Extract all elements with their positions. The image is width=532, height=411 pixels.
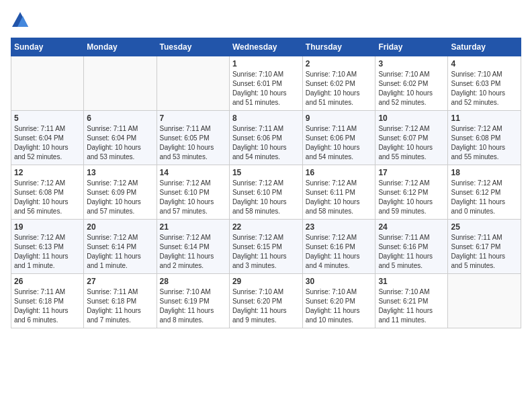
day-cell: [448, 274, 521, 328]
day-number: 10: [378, 113, 445, 123]
day-number: 8: [232, 113, 300, 123]
day-info: Sunrise: 7:10 AM Sunset: 6:02 PM Dayligh…: [306, 70, 373, 107]
day-cell: 18Sunrise: 7:12 AM Sunset: 6:12 PM Dayli…: [448, 165, 521, 220]
day-info: Sunrise: 7:11 AM Sunset: 6:18 PM Dayligh…: [14, 287, 81, 325]
day-info: Sunrise: 7:12 AM Sunset: 6:13 PM Dayligh…: [14, 233, 81, 271]
day-info: Sunrise: 7:11 AM Sunset: 6:06 PM Dayligh…: [306, 124, 373, 162]
day-number: 29: [232, 277, 300, 286]
day-cell: 20Sunrise: 7:12 AM Sunset: 6:14 PM Dayli…: [84, 220, 157, 274]
day-info: Sunrise: 7:11 AM Sunset: 6:06 PM Dayligh…: [232, 124, 300, 162]
day-number: 20: [87, 222, 153, 232]
day-info: Sunrise: 7:11 AM Sunset: 6:05 PM Dayligh…: [160, 124, 226, 162]
day-cell: 16Sunrise: 7:12 AM Sunset: 6:11 PM Dayli…: [302, 165, 375, 220]
day-number: 13: [87, 168, 153, 177]
day-cell: 17Sunrise: 7:12 AM Sunset: 6:12 PM Dayli…: [375, 165, 448, 220]
day-number: 6: [87, 113, 153, 123]
day-number: 23: [306, 222, 373, 232]
day-cell: 29Sunrise: 7:10 AM Sunset: 6:20 PM Dayli…: [229, 274, 302, 328]
week-row-4: 19Sunrise: 7:12 AM Sunset: 6:13 PM Dayli…: [11, 220, 521, 274]
day-info: Sunrise: 7:11 AM Sunset: 6:16 PM Dayligh…: [378, 233, 445, 271]
page-header: [11, 11, 521, 30]
day-info: Sunrise: 7:12 AM Sunset: 6:10 PM Dayligh…: [160, 179, 226, 216]
day-cell: 13Sunrise: 7:12 AM Sunset: 6:09 PM Dayli…: [84, 165, 157, 220]
header-cell-friday: Friday: [375, 38, 448, 56]
week-row-3: 12Sunrise: 7:12 AM Sunset: 6:08 PM Dayli…: [11, 165, 521, 220]
day-info: Sunrise: 7:12 AM Sunset: 6:08 PM Dayligh…: [14, 179, 81, 216]
day-cell: 24Sunrise: 7:11 AM Sunset: 6:16 PM Dayli…: [375, 220, 448, 274]
header-row: SundayMondayTuesdayWednesdayThursdayFrid…: [11, 38, 521, 56]
header-cell-monday: Monday: [84, 38, 157, 56]
week-row-1: 1Sunrise: 7:10 AM Sunset: 6:01 PM Daylig…: [11, 56, 521, 111]
day-cell: [11, 56, 84, 111]
day-info: Sunrise: 7:10 AM Sunset: 6:01 PM Dayligh…: [232, 70, 300, 107]
day-number: 22: [232, 222, 300, 232]
day-cell: 1Sunrise: 7:10 AM Sunset: 6:01 PM Daylig…: [229, 56, 302, 111]
day-cell: 25Sunrise: 7:11 AM Sunset: 6:17 PM Dayli…: [448, 220, 521, 274]
day-number: 21: [160, 222, 226, 232]
day-number: 26: [14, 277, 81, 286]
day-info: Sunrise: 7:11 AM Sunset: 6:04 PM Dayligh…: [14, 124, 81, 162]
day-cell: 19Sunrise: 7:12 AM Sunset: 6:13 PM Dayli…: [11, 220, 84, 274]
day-cell: 22Sunrise: 7:12 AM Sunset: 6:15 PM Dayli…: [229, 220, 302, 274]
day-number: 2: [306, 59, 373, 68]
day-info: Sunrise: 7:10 AM Sunset: 6:03 PM Dayligh…: [451, 70, 518, 107]
day-cell: 10Sunrise: 7:12 AM Sunset: 6:07 PM Dayli…: [375, 111, 448, 165]
day-number: 11: [451, 113, 518, 123]
day-cell: 31Sunrise: 7:10 AM Sunset: 6:21 PM Dayli…: [375, 274, 448, 328]
header-cell-tuesday: Tuesday: [157, 38, 229, 56]
week-row-2: 5Sunrise: 7:11 AM Sunset: 6:04 PM Daylig…: [11, 111, 521, 165]
day-info: Sunrise: 7:12 AM Sunset: 6:14 PM Dayligh…: [160, 233, 226, 271]
day-cell: 9Sunrise: 7:11 AM Sunset: 6:06 PM Daylig…: [302, 111, 375, 165]
day-cell: 3Sunrise: 7:10 AM Sunset: 6:02 PM Daylig…: [375, 56, 448, 111]
day-number: 18: [451, 168, 518, 177]
day-number: 9: [306, 113, 373, 123]
day-number: 15: [232, 168, 300, 177]
day-info: Sunrise: 7:12 AM Sunset: 6:09 PM Dayligh…: [87, 179, 153, 216]
day-cell: 26Sunrise: 7:11 AM Sunset: 6:18 PM Dayli…: [11, 274, 84, 328]
day-number: 16: [306, 168, 373, 177]
logo-icon: [11, 11, 30, 30]
day-cell: 30Sunrise: 7:10 AM Sunset: 6:20 PM Dayli…: [302, 274, 375, 328]
day-number: 24: [378, 222, 445, 232]
day-cell: [157, 56, 229, 111]
day-info: Sunrise: 7:12 AM Sunset: 6:12 PM Dayligh…: [378, 179, 445, 216]
day-number: 31: [378, 277, 445, 286]
day-info: Sunrise: 7:11 AM Sunset: 6:18 PM Dayligh…: [87, 287, 153, 325]
day-number: 7: [160, 113, 226, 123]
day-cell: 8Sunrise: 7:11 AM Sunset: 6:06 PM Daylig…: [229, 111, 302, 165]
day-info: Sunrise: 7:10 AM Sunset: 6:20 PM Dayligh…: [232, 287, 300, 325]
day-info: Sunrise: 7:12 AM Sunset: 6:10 PM Dayligh…: [232, 179, 300, 216]
header-cell-saturday: Saturday: [448, 38, 521, 56]
header-cell-wednesday: Wednesday: [229, 38, 302, 56]
day-cell: 5Sunrise: 7:11 AM Sunset: 6:04 PM Daylig…: [11, 111, 84, 165]
header-cell-sunday: Sunday: [11, 38, 84, 56]
week-row-5: 26Sunrise: 7:11 AM Sunset: 6:18 PM Dayli…: [11, 274, 521, 328]
day-number: 1: [232, 59, 300, 68]
day-info: Sunrise: 7:12 AM Sunset: 6:15 PM Dayligh…: [232, 233, 300, 271]
day-info: Sunrise: 7:12 AM Sunset: 6:12 PM Dayligh…: [451, 179, 518, 216]
day-info: Sunrise: 7:10 AM Sunset: 6:20 PM Dayligh…: [306, 287, 373, 325]
logo: [11, 11, 32, 30]
day-cell: 12Sunrise: 7:12 AM Sunset: 6:08 PM Dayli…: [11, 165, 84, 220]
day-number: 17: [378, 168, 445, 177]
day-cell: 23Sunrise: 7:12 AM Sunset: 6:16 PM Dayli…: [302, 220, 375, 274]
calendar-table: SundayMondayTuesdayWednesdayThursdayFrid…: [11, 38, 521, 328]
day-cell: 7Sunrise: 7:11 AM Sunset: 6:05 PM Daylig…: [157, 111, 229, 165]
day-info: Sunrise: 7:11 AM Sunset: 6:17 PM Dayligh…: [451, 233, 518, 271]
day-info: Sunrise: 7:12 AM Sunset: 6:16 PM Dayligh…: [306, 233, 373, 271]
day-number: 3: [378, 59, 445, 68]
day-cell: 4Sunrise: 7:10 AM Sunset: 6:03 PM Daylig…: [448, 56, 521, 111]
day-number: 25: [451, 222, 518, 232]
day-number: 30: [306, 277, 373, 286]
day-cell: [84, 56, 157, 111]
day-number: 27: [87, 277, 153, 286]
day-cell: 28Sunrise: 7:10 AM Sunset: 6:19 PM Dayli…: [157, 274, 229, 328]
day-cell: 2Sunrise: 7:10 AM Sunset: 6:02 PM Daylig…: [302, 56, 375, 111]
day-number: 28: [160, 277, 226, 286]
day-info: Sunrise: 7:12 AM Sunset: 6:14 PM Dayligh…: [87, 233, 153, 271]
header-cell-thursday: Thursday: [302, 38, 375, 56]
day-cell: 21Sunrise: 7:12 AM Sunset: 6:14 PM Dayli…: [157, 220, 229, 274]
day-number: 5: [14, 113, 81, 123]
day-number: 12: [14, 168, 81, 177]
day-info: Sunrise: 7:10 AM Sunset: 6:21 PM Dayligh…: [378, 287, 445, 325]
